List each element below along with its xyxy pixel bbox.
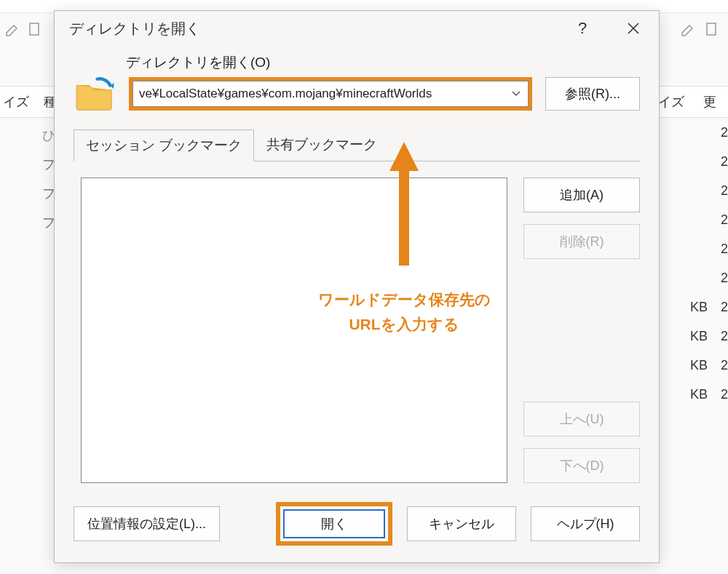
path-input-highlight — [129, 77, 532, 111]
add-button[interactable]: 追加(A) — [523, 178, 640, 212]
open-button[interactable]: 開く — [283, 509, 385, 538]
document-icon — [703, 20, 721, 38]
col-updated: 更 — [703, 93, 716, 111]
dialog-titlebar: ディレクトリを開く ? — [55, 11, 659, 46]
close-icon — [627, 22, 640, 35]
dialog-title: ディレクトリを開く — [69, 19, 200, 39]
move-up-button[interactable]: 上へ(U) — [523, 402, 640, 437]
directory-path-input[interactable] — [132, 81, 504, 107]
open-directory-dialog: ディレクトリを開く ? ディレクトリを開く(O) 参照(R)... — [54, 10, 660, 563]
close-button[interactable] — [608, 11, 659, 46]
document-icon — [26, 20, 44, 38]
chevron-down-icon — [512, 91, 521, 97]
bookmark-tabs: セッション ブックマーク 共有ブックマーク — [74, 129, 640, 161]
open-directory-label: ディレクトリを開く(O) — [126, 53, 640, 72]
tab-session-bookmarks[interactable]: セッション ブックマーク — [74, 129, 254, 162]
col-size2: イズ — [658, 93, 684, 111]
help-text-button[interactable]: ヘルプ(H) — [531, 506, 640, 541]
svg-rect-1 — [707, 23, 716, 35]
edit-icon — [680, 20, 697, 38]
bookmark-listbox[interactable] — [81, 178, 507, 483]
remove-button[interactable]: 削除(R) — [523, 224, 640, 259]
col-size: イズ — [0, 93, 36, 111]
browse-button[interactable]: 参照(R)... — [545, 77, 640, 111]
help-button[interactable]: ? — [557, 11, 608, 46]
edit-icon — [4, 20, 22, 38]
location-settings-button[interactable]: 位置情報の設定(L)... — [74, 506, 220, 541]
move-down-button[interactable]: 下へ(D) — [523, 448, 640, 483]
cancel-button[interactable]: キャンセル — [407, 506, 516, 541]
tab-shared-bookmarks[interactable]: 共有ブックマーク — [254, 129, 389, 161]
svg-rect-0 — [30, 23, 39, 35]
folder-open-icon — [74, 76, 116, 111]
path-dropdown-button[interactable] — [504, 81, 529, 107]
open-button-highlight: 開く — [276, 502, 392, 546]
